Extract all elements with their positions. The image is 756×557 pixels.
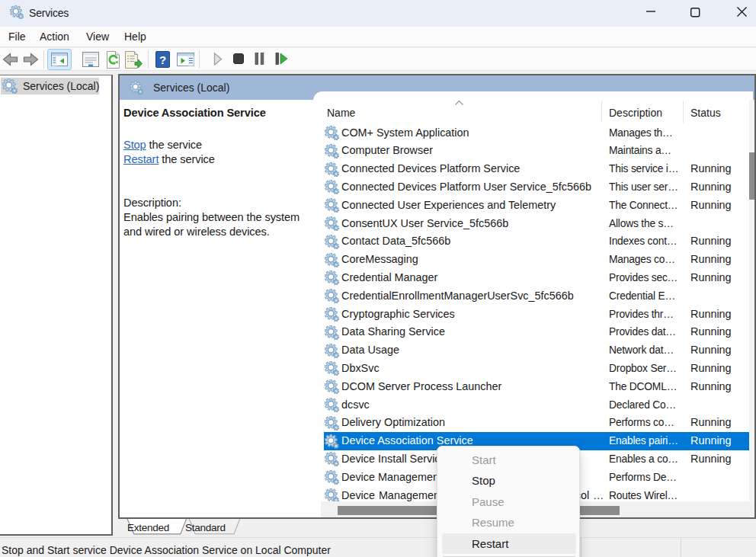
svg-text:?: ? xyxy=(159,53,166,66)
